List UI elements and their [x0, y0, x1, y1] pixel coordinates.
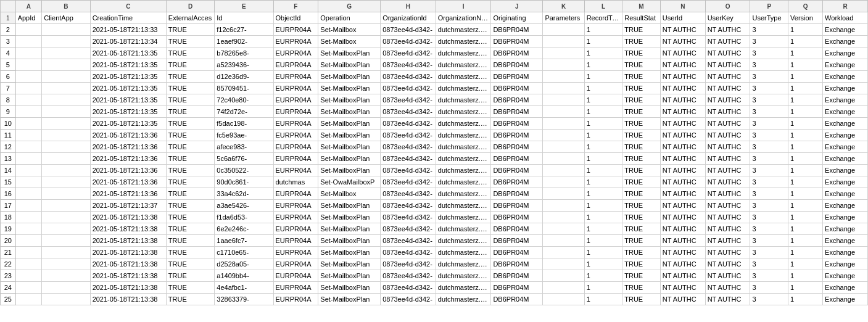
- cell-r10-c17[interactable]: 1: [788, 118, 823, 130]
- cell-r24-c6[interactable]: EURPR04A: [273, 282, 318, 294]
- cell-r23-c14[interactable]: NT AUTHC: [660, 270, 705, 282]
- cell-r10-c4[interactable]: TRUE: [166, 118, 214, 130]
- cell-r20-c3[interactable]: 2021-05-18T21:13:38: [90, 235, 166, 247]
- cell-r24-c2[interactable]: [42, 282, 90, 294]
- cell-r18-c10[interactable]: DB6PR04M: [491, 212, 543, 223]
- cell-r14-c3[interactable]: 2021-05-18T21:13:36: [90, 165, 166, 176]
- cell-r11-c9[interactable]: dutchmasterz.onn: [436, 130, 491, 141]
- cell-r18-c2[interactable]: [42, 212, 90, 223]
- cell-r22-c6[interactable]: EURPR04A: [273, 258, 318, 270]
- table-row[interactable]: 132021-05-18T21:13:36TRUE5c6a6f76-EURPR0…: [1, 153, 868, 165]
- col-letter-c[interactable]: C: [90, 1, 166, 12]
- cell-r23-c9[interactable]: dutchmasterz.onn: [436, 270, 491, 282]
- cell-r11-c13[interactable]: TRUE: [622, 130, 661, 141]
- cell-r25-c6[interactable]: EURPR04A: [273, 294, 318, 305]
- cell-r3-c10[interactable]: DB6PR04M: [491, 36, 543, 47]
- col-letter-n[interactable]: N: [660, 1, 705, 12]
- col-letter-f[interactable]: F: [273, 1, 318, 12]
- cell-r14-c16[interactable]: 3: [750, 165, 788, 176]
- header-userid[interactable]: UserId: [660, 12, 705, 24]
- cell-r12-c13[interactable]: TRUE: [622, 141, 661, 153]
- cell-r11-c5[interactable]: fc5e93ae-: [215, 130, 273, 141]
- cell-r11-c15[interactable]: NT AUTHC: [705, 130, 750, 141]
- cell-r24-c12[interactable]: 1: [584, 282, 622, 294]
- cell-r2-c11[interactable]: [543, 24, 584, 36]
- cell-r17-c11[interactable]: [543, 200, 584, 212]
- cell-r24-c1[interactable]: [15, 282, 42, 294]
- cell-r9-c10[interactable]: DB6PR04M: [491, 106, 543, 118]
- cell-r14-c7[interactable]: Set-MailboxPlan: [318, 165, 381, 176]
- cell-r4-c12[interactable]: 1: [584, 47, 622, 59]
- table-row[interactable]: 232021-05-18T21:13:38TRUEa1409bb4-EURPR0…: [1, 270, 868, 282]
- cell-r6-c4[interactable]: TRUE: [166, 71, 214, 83]
- cell-r19-c8[interactable]: 0873ee4d-d342-: [381, 223, 436, 235]
- cell-r11-c3[interactable]: 2021-05-18T21:13:36: [90, 130, 166, 141]
- cell-r14-c12[interactable]: 1: [584, 165, 622, 176]
- cell-r12-c2[interactable]: [42, 141, 90, 153]
- cell-r7-c6[interactable]: EURPR04A: [273, 83, 318, 94]
- cell-r21-c1[interactable]: [15, 247, 42, 258]
- cell-r23-c15[interactable]: NT AUTHC: [705, 270, 750, 282]
- table-row[interactable]: 22021-05-18T21:13:33TRUEf12c6c27-EURPR04…: [1, 24, 868, 36]
- cell-r13-c3[interactable]: 2021-05-18T21:13:36: [90, 153, 166, 165]
- cell-r25-c11[interactable]: [543, 294, 584, 305]
- cell-r21-c18[interactable]: Exchange: [823, 247, 868, 258]
- cell-r6-c18[interactable]: Exchange: [823, 71, 868, 83]
- cell-r18-c14[interactable]: NT AUTHC: [660, 212, 705, 223]
- cell-r4-c11[interactable]: [543, 47, 584, 59]
- cell-r19-c13[interactable]: TRUE: [622, 223, 661, 235]
- col-letter-p[interactable]: P: [750, 1, 788, 12]
- cell-r17-c16[interactable]: 3: [750, 200, 788, 212]
- cell-r24-c10[interactable]: DB6PR04M: [491, 282, 543, 294]
- cell-r3-c18[interactable]: Exchange: [823, 36, 868, 47]
- header-version[interactable]: Version: [788, 12, 823, 24]
- cell-r19-c3[interactable]: 2021-05-18T21:13:38: [90, 223, 166, 235]
- cell-r7-c17[interactable]: 1: [788, 83, 823, 94]
- cell-r4-c1[interactable]: [15, 47, 42, 59]
- cell-r16-c1[interactable]: [15, 188, 42, 200]
- cell-r11-c1[interactable]: [15, 130, 42, 141]
- cell-r12-c17[interactable]: 1: [788, 141, 823, 153]
- cell-r2-c3[interactable]: 2021-05-18T21:13:33: [90, 24, 166, 36]
- cell-r18-c8[interactable]: 0873ee4d-d342-: [381, 212, 436, 223]
- cell-r7-c7[interactable]: Set-MailboxPlan: [318, 83, 381, 94]
- cell-r22-c14[interactable]: NT AUTHC: [660, 258, 705, 270]
- cell-r7-c2[interactable]: [42, 83, 90, 94]
- table-row[interactable]: 42021-05-18T21:13:35TRUEb78265e8-EURPR04…: [1, 47, 868, 59]
- col-letter-h[interactable]: H: [381, 1, 436, 12]
- cell-r15-c5[interactable]: 90d0c861-: [215, 176, 273, 188]
- table-row[interactable]: 32021-05-18T21:13:34TRUE1eaef902-EURPR04…: [1, 36, 868, 47]
- cell-r18-c4[interactable]: TRUE: [166, 212, 214, 223]
- table-row[interactable]: 62021-05-18T21:13:35TRUEd12e36d9-EURPR04…: [1, 71, 868, 83]
- cell-r15-c18[interactable]: Exchange: [823, 176, 868, 188]
- cell-r10-c1[interactable]: [15, 118, 42, 130]
- cell-r16-c18[interactable]: Exchange: [823, 188, 868, 200]
- cell-r17-c8[interactable]: 0873ee4d-d342-: [381, 200, 436, 212]
- cell-r5-c3[interactable]: 2021-05-18T21:13:35: [90, 59, 166, 71]
- cell-r22-c4[interactable]: TRUE: [166, 258, 214, 270]
- cell-r18-c18[interactable]: Exchange: [823, 212, 868, 223]
- cell-r13-c18[interactable]: Exchange: [823, 153, 868, 165]
- cell-r25-c17[interactable]: 1: [788, 294, 823, 305]
- cell-r13-c14[interactable]: NT AUTHC: [660, 153, 705, 165]
- cell-r6-c9[interactable]: dutchmasterz.onn: [436, 71, 491, 83]
- cell-r2-c4[interactable]: TRUE: [166, 24, 214, 36]
- cell-r15-c13[interactable]: TRUE: [622, 176, 661, 188]
- cell-r25-c15[interactable]: NT AUTHC: [705, 294, 750, 305]
- header-externalaccess[interactable]: ExternalAcces: [166, 12, 214, 24]
- col-letter-g[interactable]: G: [318, 1, 381, 12]
- cell-r25-c13[interactable]: TRUE: [622, 294, 661, 305]
- cell-r15-c15[interactable]: NT AUTHC: [705, 176, 750, 188]
- cell-r19-c11[interactable]: [543, 223, 584, 235]
- cell-r6-c7[interactable]: Set-MailboxPlan: [318, 71, 381, 83]
- cell-r13-c2[interactable]: [42, 153, 90, 165]
- cell-r17-c14[interactable]: NT AUTHC: [660, 200, 705, 212]
- cell-r14-c17[interactable]: 1: [788, 165, 823, 176]
- cell-r4-c9[interactable]: dutchmasterz.onn: [436, 47, 491, 59]
- cell-r18-c13[interactable]: TRUE: [622, 212, 661, 223]
- cell-r3-c7[interactable]: Set-Mailbox: [318, 36, 381, 47]
- cell-r24-c18[interactable]: Exchange: [823, 282, 868, 294]
- cell-r20-c18[interactable]: Exchange: [823, 235, 868, 247]
- cell-r17-c13[interactable]: TRUE: [622, 200, 661, 212]
- cell-r20-c8[interactable]: 0873ee4d-d342-: [381, 235, 436, 247]
